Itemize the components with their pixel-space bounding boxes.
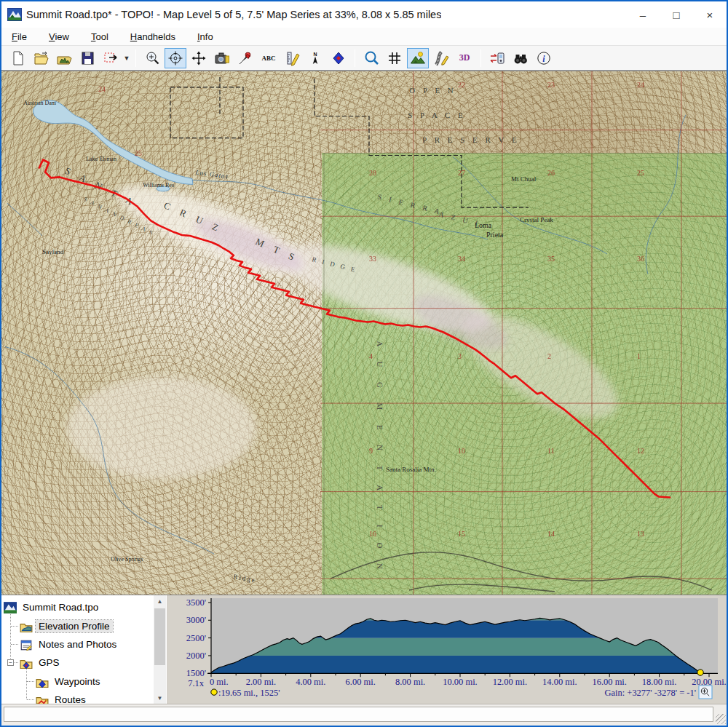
grid-tool-button[interactable]	[384, 48, 405, 68]
y-tick-label: 3000'	[186, 615, 206, 625]
pushpin-tool-button[interactable]	[234, 48, 256, 68]
close-button[interactable]: ×	[693, 1, 727, 28]
section-number: 24	[637, 81, 644, 89]
section-number: 25	[637, 169, 644, 177]
map-label: Loma	[475, 221, 492, 229]
gps-transfer-button[interactable]	[486, 48, 508, 68]
app-window: Summit Road.tpo* - TOPO! - Map Level 5 o…	[0, 0, 728, 727]
terrain-view-button[interactable]	[407, 48, 429, 68]
menu-tool[interactable]: Tool	[84, 29, 116, 44]
export-region-dropdown-caret[interactable]: ▼	[122, 48, 131, 68]
pan-tool-button[interactable]	[188, 48, 210, 68]
route-tool-button[interactable]	[430, 48, 452, 68]
ruler-tool-button[interactable]	[281, 48, 303, 68]
text-label-tool-button[interactable]: ABC	[258, 48, 280, 68]
document-tree-panel: Summit Road.tpoElevation ProfileNotes an…	[1, 595, 166, 704]
scroll-thumb[interactable]	[154, 608, 165, 665]
tree-item-label: Notes and Photos	[36, 638, 119, 651]
toolbar: ▼ABCN3Di	[1, 46, 727, 71]
topo-map[interactable]: 2223242827262533343536432191011121615141…	[1, 71, 727, 595]
save-icon	[79, 50, 95, 66]
tree-item-elevation-profile[interactable]: Elevation Profile	[1, 617, 153, 635]
x-tick-label: 12.00 mi.	[493, 677, 528, 687]
v-exaggeration-label: 7.1x	[188, 678, 205, 688]
new-document-button[interactable]	[7, 48, 28, 68]
svg-text:N: N	[313, 51, 317, 56]
menu-handhelds[interactable]: Handhelds	[123, 29, 183, 44]
section-number: 27	[458, 169, 465, 177]
creek-line	[5, 346, 214, 554]
y-tick-label: 2500'	[186, 633, 206, 643]
profile-zoom-button[interactable]	[699, 686, 712, 699]
tree-item-routes[interactable]: Routes	[1, 691, 153, 704]
menu-file[interactable]: File	[4, 29, 34, 44]
info-tool-button[interactable]: i	[533, 48, 555, 68]
tree-item-summit-road-tpo[interactable]: Summit Road.tpo	[1, 598, 153, 616]
section-number: 15	[458, 530, 465, 538]
section-number: 13	[637, 530, 644, 538]
app-logo-icon	[7, 8, 22, 21]
tree-item-label: Elevation Profile	[36, 620, 113, 632]
find-place-button[interactable]	[510, 48, 531, 68]
y-tick-label: 2000'	[186, 651, 206, 661]
resize-grip-icon[interactable]	[716, 714, 726, 724]
map-label: Crystal Peak	[520, 216, 553, 223]
export-region-button[interactable]	[100, 48, 122, 68]
waypoint-tool-button[interactable]	[328, 48, 349, 68]
grid-tool-icon	[387, 50, 403, 66]
scroll-up-icon[interactable]: ▲	[154, 595, 166, 607]
compass-tool-icon: N	[307, 50, 323, 66]
map-label: Austrian Dam	[23, 100, 57, 106]
tree-connector	[27, 699, 34, 700]
tree-connector	[27, 681, 34, 682]
gps-transfer-icon	[489, 50, 505, 66]
view-3d-button[interactable]: 3D	[454, 48, 475, 68]
x-tick-label: 8.00 mi.	[395, 677, 425, 687]
road-line	[409, 584, 555, 592]
menu-info[interactable]: Info	[190, 29, 221, 44]
creek-line	[646, 115, 686, 274]
photo-tool-button[interactable]	[211, 48, 233, 68]
scroll-down-icon[interactable]: ▼	[154, 692, 166, 704]
section-number: 3	[458, 352, 462, 360]
tree-item-waypoints[interactable]: Waypoints	[1, 672, 153, 691]
map-label: A U G M E N T A T I O N	[376, 341, 384, 575]
tree-item-notes-and-photos[interactable]: Notes and Photos	[1, 635, 153, 653]
pan-tool-icon	[191, 50, 207, 66]
zoom-in-tool-button[interactable]	[141, 48, 163, 68]
toolbar-separator	[135, 49, 136, 67]
profile-folder-icon	[20, 621, 33, 632]
map-label: M T S	[254, 236, 300, 264]
menu-view[interactable]: View	[41, 29, 76, 44]
tree-connector	[11, 644, 18, 645]
cursor-dot-icon	[211, 689, 217, 695]
section-number: 23	[547, 81, 555, 89]
section-number: 36	[637, 255, 644, 263]
open-file-button[interactable]	[30, 48, 52, 68]
save-button[interactable]	[76, 48, 98, 68]
route-tool-icon	[433, 50, 449, 66]
minimize-button[interactable]: –	[626, 1, 660, 28]
tree-item-label: GPS	[36, 656, 63, 669]
tree-item-gps[interactable]: GPS	[1, 653, 153, 672]
map-viewport[interactable]: 2223242827262533343536432191011121615141…	[1, 71, 727, 595]
section-number: 34	[458, 255, 465, 263]
gain-readout: Gain: +3277' -3278' = -1'	[605, 688, 696, 698]
tree-scrollbar[interactable]: ▲▼	[154, 595, 166, 704]
find-tool-button[interactable]	[360, 48, 382, 68]
preserve-boundary-line	[170, 87, 243, 138]
maximize-button[interactable]: □	[660, 1, 693, 28]
section-number: 14	[547, 530, 555, 538]
map-label: S A N A N D R E A S	[82, 196, 154, 237]
profile-marker-dot[interactable]	[697, 670, 703, 675]
profile-zoom-button-frame[interactable]	[699, 686, 712, 699]
recenter-tool-button[interactable]	[165, 48, 186, 68]
creek-line	[453, 157, 607, 254]
compass-tool-button[interactable]: N	[304, 48, 326, 68]
tree-item-label: Waypoints	[52, 675, 103, 688]
section-number: 25	[135, 149, 142, 157]
gps-route-path[interactable]	[39, 159, 670, 497]
tree-expander[interactable]: −	[7, 659, 14, 666]
import-map-button[interactable]	[53, 48, 75, 68]
section-number: 16	[369, 530, 376, 538]
